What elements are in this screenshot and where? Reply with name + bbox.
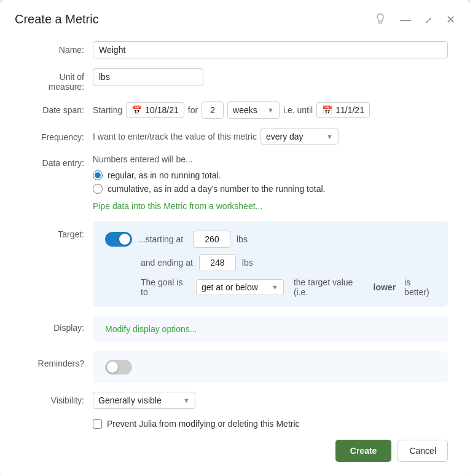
target-starting-at-label: ...starting at xyxy=(138,234,187,244)
radio-cumulative-row: cumulative, as in add a day's number to … xyxy=(93,184,448,194)
dialog-footer: Create Cancel xyxy=(0,429,470,464)
target-start-input[interactable] xyxy=(194,231,230,248)
target-toggle[interactable] xyxy=(105,232,132,247)
target-label: Target: xyxy=(22,221,93,239)
duration-input[interactable] xyxy=(202,101,224,119)
prevent-checkbox-row: Prevent Julia from modifying or deleting… xyxy=(93,419,448,429)
pipe-link[interactable]: Pipe data into this Metric from a worksh… xyxy=(93,201,448,211)
reminders-row: Reminders? xyxy=(22,351,448,383)
unit-label: Unit of measure: xyxy=(22,68,93,92)
date-label: Date span: xyxy=(22,101,93,115)
display-section: Modify display options... xyxy=(93,315,448,343)
unit-control xyxy=(93,68,448,85)
prevent-checkbox[interactable] xyxy=(93,419,102,429)
end-date-input[interactable]: 📅 11/1/21 xyxy=(316,102,370,118)
calendar-end-icon: 📅 xyxy=(322,105,332,115)
radio-cumulative[interactable] xyxy=(93,184,103,194)
calendar-start-icon: 📅 xyxy=(131,105,142,115)
name-row: Name: xyxy=(22,41,448,58)
radio-regular-row: regular, as in no running total. xyxy=(93,170,448,180)
visibility-row: Visibility: Generally visible Private Pu… xyxy=(22,392,448,409)
visibility-control: Generally visible Private Public ▼ xyxy=(93,392,448,409)
cancel-button[interactable]: Cancel xyxy=(398,440,448,462)
unit-row: Unit of measure: xyxy=(22,68,448,92)
target-row: Target: ...starting at lbs and ending at xyxy=(22,221,448,307)
unit-input[interactable] xyxy=(93,68,203,85)
target-section: ...starting at lbs and ending at lbs The… xyxy=(93,221,448,307)
target-toggle-row: ...starting at lbs xyxy=(105,231,436,248)
data-entry-desc: Numbers entered will be... xyxy=(93,154,448,164)
prevent-label: Prevent Julia from modifying or deleting… xyxy=(107,419,300,429)
visibility-select[interactable]: Generally visible Private Public xyxy=(98,395,178,405)
name-control xyxy=(93,41,448,58)
name-input[interactable] xyxy=(93,41,448,58)
modify-display-link[interactable]: Modify display options... xyxy=(105,324,197,334)
start-date-value: 10/18/21 xyxy=(145,105,179,115)
radio-regular[interactable] xyxy=(93,170,103,180)
data-entry-label: Data entry: xyxy=(22,154,93,168)
name-label: Name: xyxy=(22,41,93,55)
dialog-header: Create a Metric — ⤢ ✕ xyxy=(0,0,470,36)
freq-select-wrapper[interactable]: every day every week every month ▼ xyxy=(260,129,339,145)
minimize-button[interactable]: — xyxy=(398,13,413,26)
target-ending-row: and ending at lbs xyxy=(105,254,436,271)
goal-suffix1: the target value (i.e. xyxy=(294,277,365,297)
visibility-select-wrapper[interactable]: Generally visible Private Public ▼ xyxy=(93,392,195,409)
reminders-slider xyxy=(105,360,132,375)
freq-label: Frequency: xyxy=(22,129,93,142)
form-body: Name: Unit of measure: Date span: Starti… xyxy=(0,36,470,429)
for-label: for xyxy=(188,105,198,115)
weeks-select[interactable]: weeks days months xyxy=(233,105,261,115)
goal-suffix3: is better) xyxy=(404,277,436,297)
goal-arrow-icon: ▼ xyxy=(272,284,278,291)
data-entry-row: Data entry: Numbers entered will be... r… xyxy=(22,154,448,211)
weeks-arrow-icon: ▼ xyxy=(267,106,274,114)
dialog-title: Create a Metric xyxy=(15,12,99,26)
weeks-select-wrapper[interactable]: weeks days months ▼ xyxy=(227,101,280,119)
freq-arrow-icon: ▼ xyxy=(326,133,333,140)
restore-button[interactable]: ⤢ xyxy=(422,13,435,26)
freq-prefix: I want to enter/track the value of this … xyxy=(93,132,257,141)
radio-cumulative-label: cumulative, as in add a day's number to … xyxy=(108,184,325,194)
restore-icon: ⤢ xyxy=(425,15,433,25)
freq-select[interactable]: every day every week every month xyxy=(266,132,321,141)
goal-select[interactable]: get at or below get at or above stay wit… xyxy=(202,282,267,292)
close-button[interactable]: ✕ xyxy=(444,13,458,26)
visibility-arrow-icon: ▼ xyxy=(183,397,190,404)
start-date-input[interactable]: 📅 10/18/21 xyxy=(126,102,184,118)
target-unit2: lbs xyxy=(242,258,253,268)
toggle-slider xyxy=(105,232,132,247)
data-entry-control: Numbers entered will be... regular, as i… xyxy=(93,154,448,211)
reminders-label: Reminders? xyxy=(22,351,93,368)
header-icons: — ⤢ ✕ xyxy=(372,11,458,28)
date-span-row: Date span: Starting 📅 10/18/21 for weeks… xyxy=(22,101,448,119)
starting-label: Starting xyxy=(93,105,122,115)
display-label: Display: xyxy=(22,315,93,333)
visibility-label: Visibility: xyxy=(22,392,93,405)
reminders-toggle[interactable] xyxy=(105,360,132,375)
display-row: Display: Modify display options... xyxy=(22,315,448,343)
end-date-value: 11/1/21 xyxy=(335,105,364,115)
goal-select-wrapper[interactable]: get at or below get at or above stay wit… xyxy=(196,279,284,295)
close-icon: ✕ xyxy=(446,14,455,26)
target-end-input[interactable] xyxy=(199,254,236,271)
reminders-section xyxy=(93,351,448,383)
ie-label: i.e. until xyxy=(283,105,313,115)
frequency-row: Frequency: I want to enter/track the val… xyxy=(22,129,448,145)
target-goal-row: The goal is to get at or below get at or… xyxy=(105,277,436,297)
create-metric-dialog: Create a Metric — ⤢ ✕ Name: xyxy=(0,0,470,476)
hint-button[interactable] xyxy=(372,11,389,28)
freq-control: I want to enter/track the value of this … xyxy=(93,129,448,145)
target-ending-at-label: and ending at xyxy=(141,258,193,268)
create-button[interactable]: Create xyxy=(335,440,392,462)
minimize-icon: — xyxy=(400,14,411,26)
lightbulb-icon xyxy=(374,12,386,25)
radio-regular-label: regular, as in no running total. xyxy=(108,170,221,180)
goal-suffix2: lower xyxy=(374,282,396,292)
target-unit1: lbs xyxy=(237,234,248,244)
date-control: Starting 📅 10/18/21 for weeks days month… xyxy=(93,101,448,119)
target-goal-prefix: The goal is to xyxy=(141,277,190,297)
